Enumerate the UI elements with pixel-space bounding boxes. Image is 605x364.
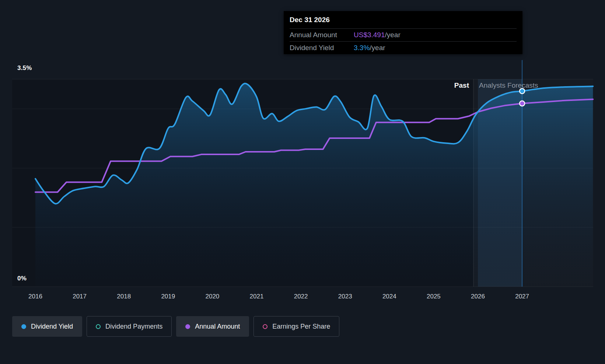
y-axis-label-max: 3.5% [17, 64, 32, 72]
tooltip-value: 3.3% [354, 44, 370, 52]
x-tick-2019: 2019 [161, 293, 175, 300]
x-tick-2024: 2024 [382, 293, 396, 300]
analysts-forecasts-label: Analysts Forecasts [479, 81, 538, 90]
x-tick-2016: 2016 [28, 293, 42, 300]
legend-button-annual-amount[interactable]: Annual Amount [176, 316, 249, 337]
legend-dot-3 [263, 324, 267, 329]
tooltip-row-annual-amount: Annual Amount US$3.491/year [290, 28, 517, 41]
x-tick-2020: 2020 [205, 293, 219, 300]
x-tick-2021: 2021 [250, 293, 264, 300]
legend-dot-0 [21, 324, 26, 329]
x-tick-2025: 2025 [427, 293, 441, 300]
x-tick-2026: 2026 [471, 293, 485, 300]
tooltip-suffix: /year [370, 44, 385, 52]
tooltip-date: Dec 31 2026 [284, 11, 522, 28]
x-tick-2023: 2023 [338, 293, 352, 300]
x-tick-2022: 2022 [294, 293, 308, 300]
legend-dot-2 [185, 324, 190, 329]
legend-button-dividend-yield[interactable]: Dividend Yield [12, 316, 82, 337]
x-tick-2027: 2027 [515, 293, 529, 300]
legend-label-dividend-payments: Dividend Payments [105, 323, 162, 330]
chart-legend: Dividend Yield Dividend Payments Annual … [12, 316, 339, 337]
tooltip-label: Annual Amount [290, 31, 354, 39]
tooltip-suffix: /year [385, 31, 401, 39]
legend-dot-1 [96, 324, 101, 329]
past-label: Past [454, 81, 469, 90]
dividend-chart-canvas[interactable] [0, 0, 605, 364]
legend-button-dividend-payments[interactable]: Dividend Payments [87, 316, 172, 337]
x-axis: 2016201720182019202020212022202320242025… [0, 293, 605, 302]
tooltip-value: US$3.491 [354, 31, 385, 39]
legend-label-dividend-yield: Dividend Yield [31, 323, 73, 330]
y-axis-label-min: 0% [17, 275, 27, 282]
legend-label-earnings-per-share: Earnings Per Share [272, 323, 330, 330]
dividend-chart-page: 3.5% 0% Past Analysts Forecasts 20162017… [0, 0, 605, 364]
x-tick-2017: 2017 [73, 293, 87, 300]
x-tick-2018: 2018 [117, 293, 131, 300]
tooltip-label: Dividend Yield [290, 44, 354, 52]
legend-button-earnings-per-share[interactable]: Earnings Per Share [253, 316, 339, 337]
chart-tooltip: Dec 31 2026 Annual Amount US$3.491/year … [284, 11, 522, 54]
marker-annual-amount[interactable] [520, 101, 525, 106]
tooltip-row-dividend-yield: Dividend Yield 3.3%/year [290, 41, 517, 54]
legend-label-annual-amount: Annual Amount [195, 323, 240, 330]
